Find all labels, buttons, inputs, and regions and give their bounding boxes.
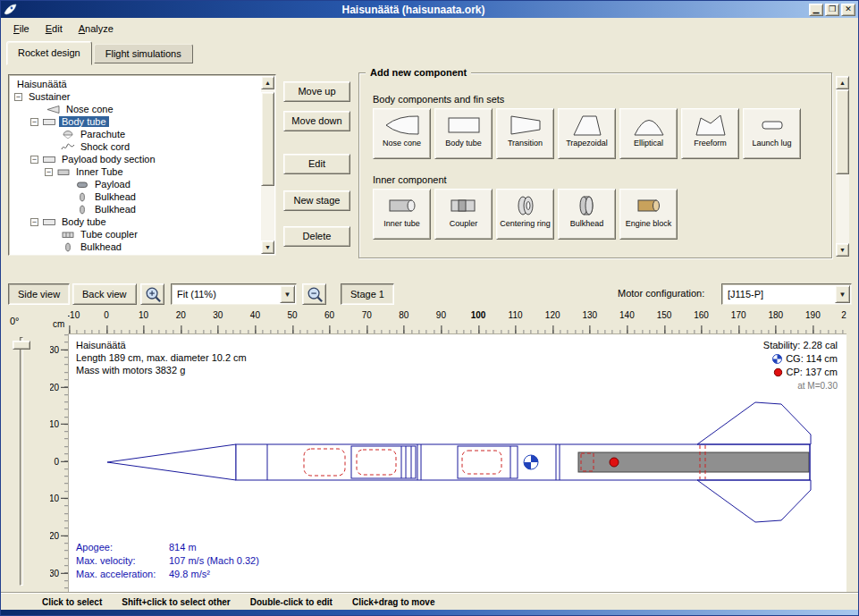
tree-scrollbar[interactable]: ▲ ▼ [261, 76, 274, 254]
tab-rocket-design[interactable]: Rocket design [6, 41, 92, 65]
fin-upper [697, 402, 811, 444]
back-view-button[interactable]: Back view [72, 283, 137, 305]
collapse-icon[interactable]: − [30, 156, 38, 164]
collapse-icon[interactable]: − [30, 118, 38, 126]
palette-engine-block-button[interactable]: Engine block [619, 189, 678, 240]
max-velocity-value: 107 m/s (Mach 0.32) [169, 554, 259, 568]
palette-centering-ring-button[interactable]: Centering ring [496, 189, 554, 240]
tab-flight-simulations[interactable]: Flight simulations [94, 44, 193, 63]
body-tube-icon [42, 117, 56, 127]
side-view-button[interactable]: Side view [8, 283, 70, 305]
rotation-slider[interactable] [13, 337, 30, 586]
zoom-in-button[interactable] [140, 283, 164, 305]
chevron-down-icon[interactable]: ▼ [280, 285, 295, 303]
new-stage-button[interactable]: New stage [283, 190, 350, 211]
tree-item-body-tube-aft[interactable]: − Body tube [11, 215, 259, 228]
delete-button[interactable]: Delete [283, 226, 350, 247]
cp-icon [773, 367, 783, 377]
palette-trapezoidal-fin-button[interactable]: Trapezoidal [558, 108, 616, 159]
palette-nose-cone-button[interactable]: Nose cone [373, 108, 431, 159]
hint-click-select: Click to select [42, 597, 102, 607]
rotation-slider-thumb[interactable] [13, 341, 30, 350]
component-tree[interactable]: Haisunäätä − Sustainer Nose cone − Body … [8, 74, 276, 256]
menu-edit[interactable]: Edit [38, 21, 71, 37]
maximize-button[interactable]: ❒ [825, 4, 839, 16]
freeform-fin-icon [693, 112, 728, 139]
tree-item-label: Payload [92, 179, 133, 190]
tree-item-label: Nose cone [63, 104, 116, 114]
tree-item-body-tube[interactable]: − Body tube [11, 115, 259, 128]
palette-launch-lug-button[interactable]: Launch lug [743, 108, 801, 159]
tree-item-shock-cord[interactable]: Shock cord [11, 140, 259, 153]
bulkhead-icon [61, 242, 75, 252]
zoom-in-icon [144, 285, 162, 303]
palette-bulkhead-button[interactable]: Bulkhead [558, 189, 616, 240]
scrollbar-track[interactable] [836, 89, 849, 243]
tree-item-bulkhead[interactable]: Bulkhead [11, 190, 259, 203]
palette-inner-tube-button[interactable]: Inner tube [373, 189, 431, 240]
scrollbar-thumb[interactable] [836, 89, 849, 174]
tree-item-nose-cone[interactable]: Nose cone [11, 103, 259, 115]
tree-item-sustainer[interactable]: − Sustainer [11, 90, 259, 103]
ruler-major-ticks [68, 325, 846, 333]
tree-item-payload[interactable]: Payload [11, 178, 259, 190]
inner-component-label: Inner component [373, 174, 447, 185]
scroll-up-button[interactable]: ▲ [836, 76, 849, 89]
inner-tube-icon [56, 167, 71, 177]
coupler-icon [446, 192, 482, 219]
tree-item-bulkhead-aft[interactable]: Bulkhead [11, 240, 259, 253]
tree-item-rocket[interactable]: Haisunäätä [11, 78, 259, 90]
collapse-icon[interactable]: − [45, 168, 53, 176]
ruler-row: 0° cm -10 0 10 20 30 40 50 60 70 80 90 1… [1, 308, 858, 333]
stage-1-toggle[interactable]: Stage 1 [341, 283, 394, 305]
rocket-dimensions: Length 189 cm, max. diameter 10.2 cm [76, 351, 247, 364]
menu-file[interactable]: File [5, 21, 38, 37]
scroll-up-button[interactable]: ▲ [261, 76, 274, 89]
vertical-ruler: -30 -20 -10 0 10 20 30 [50, 333, 68, 592]
tree-item-tube-coupler[interactable]: Tube coupler [11, 228, 259, 240]
apogee-label: Apogee: [76, 541, 169, 554]
move-up-button[interactable]: Move up [283, 81, 350, 102]
close-button[interactable]: ✕ [841, 4, 855, 16]
tree-item-inner-tube[interactable]: − Inner Tube [11, 165, 259, 178]
palette-freeform-fin-button[interactable]: Freeform [681, 108, 739, 159]
engine-block-icon [631, 192, 667, 219]
menu-analyze[interactable]: Analyze [71, 21, 122, 37]
cp-marker [610, 458, 619, 467]
rocket-canvas[interactable]: Haisunäätä Length 189 cm, max. diameter … [68, 333, 846, 592]
scrollbar-thumb[interactable] [261, 92, 274, 186]
motor-configuration-select[interactable]: [J115-P] ▼ [721, 283, 852, 305]
minimize-button[interactable]: ▁ [809, 4, 823, 16]
palette-elliptical-fin-button[interactable]: Elliptical [619, 108, 678, 159]
openrocket-window: Haisunäätä (haisunaata.ork) ▁ ❒ ✕ File E… [0, 0, 859, 616]
tree-item-label: Body tube [59, 216, 109, 227]
add-component-panel: Add new component Body components and fi… [358, 65, 832, 260]
palette-scrollbar[interactable]: ▲ ▼ [836, 76, 849, 257]
palette-body-tube-button[interactable]: Body tube [434, 108, 493, 159]
tree-item-bulkhead[interactable]: Bulkhead [11, 203, 259, 215]
tree-item-label: Shock cord [78, 141, 132, 152]
window-bottom-border [1, 610, 858, 615]
collapse-icon[interactable]: − [14, 93, 22, 101]
zoom-out-button[interactable] [302, 283, 326, 305]
trapezoidal-fin-icon [569, 112, 605, 139]
chevron-down-icon[interactable]: ▼ [835, 285, 850, 303]
zoom-select[interactable]: Fit (11%) ▼ [171, 283, 297, 305]
move-down-button[interactable]: Move down [283, 111, 350, 131]
max-velocity-label: Max. velocity: [76, 554, 169, 568]
palette-transition-button[interactable]: Transition [496, 108, 554, 159]
palette-coupler-button[interactable]: Coupler [434, 189, 493, 240]
nose-cone-icon [384, 112, 420, 139]
scroll-down-button[interactable]: ▼ [261, 240, 274, 254]
tree-item-payload-section[interactable]: − Payload body section [11, 153, 259, 165]
edit-button[interactable]: Edit [283, 154, 350, 174]
cg-value: CG: 114 cm [786, 352, 838, 366]
tree-item-parachute[interactable]: Parachute [11, 128, 259, 140]
scroll-down-button[interactable]: ▼ [836, 243, 849, 257]
rotation-slider-track[interactable] [20, 337, 23, 586]
collapse-icon[interactable]: − [30, 218, 38, 226]
max-acceleration-label: Max. acceleration: [76, 568, 169, 581]
rocket-info: Haisunäätä Length 189 cm, max. diameter … [76, 339, 247, 376]
title-bar[interactable]: Haisunäätä (haisunaata.ork) ▁ ❒ ✕ [1, 1, 858, 18]
scrollbar-track[interactable] [261, 89, 274, 240]
